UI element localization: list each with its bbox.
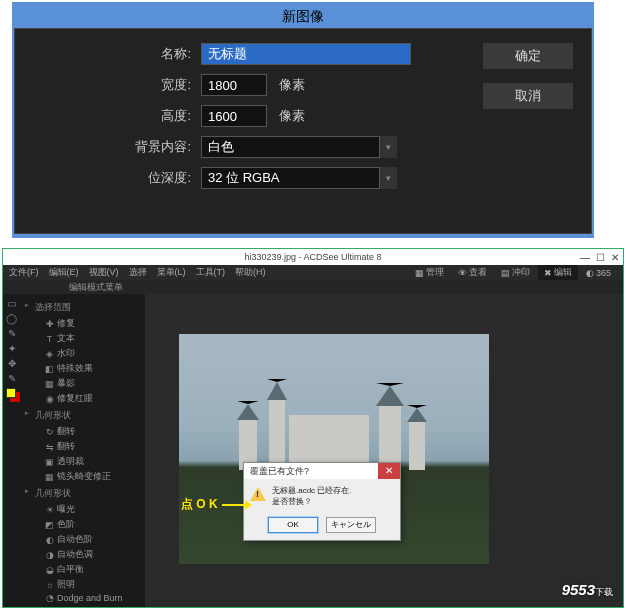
item-rotate[interactable]: ↻翻转 (23, 424, 143, 439)
levels-icon: ◩ (45, 520, 54, 530)
crop-icon: ▣ (45, 457, 54, 467)
width-input[interactable] (201, 74, 267, 96)
item-crop[interactable]: ▣透明裁 (23, 454, 143, 469)
group-geometry2[interactable]: 几何形状 (23, 484, 143, 502)
confirm-ok-button[interactable]: OK (268, 517, 318, 533)
item-exposure[interactable]: ☀曝光 (23, 502, 143, 517)
wb-icon: ◒ (45, 565, 54, 575)
autotone-icon: ◑ (45, 550, 54, 560)
item-autocolor[interactable]: ◐自动色阶 (23, 532, 143, 547)
annotation-click-ok: 点 O K (181, 496, 246, 513)
item-lighting[interactable]: ☼照明 (23, 577, 143, 592)
app-menubar: 文件(F) 编辑(E) 视图(V) 选择 菜单(L) 工具(T) 帮助(H) ▦… (3, 265, 623, 280)
chevron-down-icon[interactable]: ▾ (379, 167, 397, 189)
item-wb[interactable]: ◒白平衡 (23, 562, 143, 577)
item-fx[interactable]: ◧特殊效果 (23, 361, 143, 376)
tab-edit[interactable]: ✖ 编辑 (538, 265, 578, 280)
dialog-title: 新图像 (14, 4, 592, 28)
dodgeburn-icon: ◔ (45, 593, 54, 603)
unit-height: 像素 (279, 107, 305, 125)
item-autotone[interactable]: ◑自动色调 (23, 547, 143, 562)
move-icon[interactable]: ✥ (4, 356, 19, 371)
tab-365[interactable]: ◐ 365 (580, 265, 617, 280)
item-watermark[interactable]: ◈水印 (23, 346, 143, 361)
canvas-area: 覆盖已有文件? ✕ 无标题.acdc 已经存在. 是否替换？ OK キャンセル … (145, 294, 623, 607)
label-height: 高度: (31, 107, 201, 125)
unit-width: 像素 (279, 76, 305, 94)
ok-button[interactable]: 确定 (483, 43, 573, 69)
item-dodgeburn[interactable]: ◔Dodge and Burn (23, 592, 143, 604)
item-flip[interactable]: ⇋翻转 (23, 439, 143, 454)
close-icon[interactable]: ✕ (611, 252, 619, 263)
haze-icon: ▦ (45, 379, 54, 389)
item-haze[interactable]: ▦暴影 (23, 376, 143, 391)
overwrite-message: 无标题.acdc 已经存在. 是否替换？ (272, 485, 352, 507)
label-depth: 位深度: (31, 169, 201, 187)
item-lens[interactable]: ▦镜头畸变修正 (23, 469, 143, 484)
redeye-icon: ◉ (45, 394, 54, 404)
arrow-icon (222, 504, 246, 506)
acdsee-window: hi330239.jpg - ACDSee Ultimate 8 — ☐ ✕ 文… (2, 248, 624, 608)
exposure-icon: ☀ (45, 505, 54, 515)
menu-file[interactable]: 文件(F) (9, 266, 39, 279)
wand-icon[interactable]: ✦ (4, 341, 19, 356)
item-redeye[interactable]: ◉修复红眼 (23, 391, 143, 406)
rotate-icon: ↻ (45, 427, 54, 437)
autocolor-icon: ◐ (45, 535, 54, 545)
overwrite-title: 覆盖已有文件? (250, 465, 309, 478)
minimize-icon[interactable]: — (580, 252, 590, 263)
bg-select[interactable]: 白色 (201, 136, 397, 158)
label-width: 宽度: (31, 76, 201, 94)
menu-view[interactable]: 视图(V) (89, 266, 119, 279)
app-title: hi330239.jpg - ACDSee Ultimate 8 (244, 252, 381, 262)
chevron-down-icon[interactable]: ▾ (379, 136, 397, 158)
lasso-icon[interactable]: ✎ (4, 326, 19, 341)
tool-palette: ▭ ◯ ✎ ✦ ✥ ✎ (3, 294, 21, 607)
warning-icon (250, 487, 266, 501)
cancel-button[interactable]: 取消 (483, 83, 573, 109)
maximize-icon[interactable]: ☐ (596, 252, 605, 263)
item-text[interactable]: T文本 (23, 331, 143, 346)
label-bg: 背景内容: (31, 138, 201, 156)
menu-edit[interactable]: 编辑(E) (49, 266, 79, 279)
group-color[interactable]: 颜色 (23, 604, 143, 607)
overwrite-dialog: 覆盖已有文件? ✕ 无标题.acdc 已经存在. 是否替换？ OK キャンセル (243, 462, 401, 541)
menu-tools[interactable]: 工具(T) (196, 266, 226, 279)
depth-select[interactable]: 32 位 RGBA (201, 167, 397, 189)
flip-icon: ⇋ (45, 442, 54, 452)
app-titlebar: hi330239.jpg - ACDSee Ultimate 8 — ☐ ✕ (3, 249, 623, 265)
lens-icon: ▦ (45, 472, 54, 482)
text-icon: T (45, 334, 54, 344)
select-rect-icon[interactable]: ▭ (4, 296, 19, 311)
height-input[interactable] (201, 105, 267, 127)
menu-help[interactable]: 帮助(H) (235, 266, 266, 279)
group-geometry[interactable]: 几何形状 (23, 406, 143, 424)
group-select[interactable]: 选择范围 (23, 298, 143, 316)
eyedropper-icon[interactable]: ✎ (4, 371, 19, 386)
tab-develop[interactable]: ▤ 冲印 (495, 265, 536, 280)
edit-mode-label: 编辑模式菜单 (3, 280, 623, 294)
name-input[interactable] (201, 43, 411, 65)
color-swatch[interactable] (6, 388, 20, 402)
fx-icon: ◧ (45, 364, 54, 374)
watermark-icon: ◈ (45, 349, 54, 359)
new-image-dialog: 新图像 名称: 宽度: 像素 高度: 像素 背景内容: 白色 ▾ 位深度: 32… (12, 2, 594, 238)
tab-manage[interactable]: ▦ 管理 (409, 265, 450, 280)
close-icon[interactable]: ✕ (378, 463, 400, 479)
label-name: 名称: (31, 45, 201, 63)
side-panel: 选择范围 ✚修复 T文本 ◈水印 ◧特殊效果 ▦暴影 ◉修复红眼 几何形状 ↻翻… (21, 294, 145, 607)
select-ellipse-icon[interactable]: ◯ (4, 311, 19, 326)
lighting-icon: ☼ (45, 580, 54, 590)
menu-menu[interactable]: 菜单(L) (157, 266, 186, 279)
repair-icon: ✚ (45, 319, 54, 329)
item-repair[interactable]: ✚修复 (23, 316, 143, 331)
confirm-cancel-button[interactable]: キャンセル (326, 517, 376, 533)
dialog-body: 名称: 宽度: 像素 高度: 像素 背景内容: 白色 ▾ 位深度: 32 位 R… (14, 28, 592, 234)
tab-view[interactable]: 👁 查看 (452, 265, 493, 280)
watermark: 9553下载 (562, 581, 613, 599)
menu-select[interactable]: 选择 (129, 266, 147, 279)
item-levels[interactable]: ◩色阶 (23, 517, 143, 532)
